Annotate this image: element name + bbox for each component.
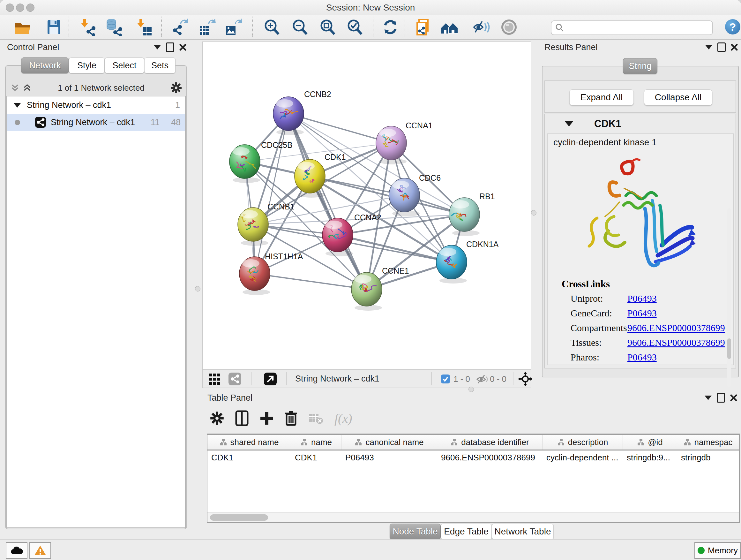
close-panel-icon[interactable] (731, 44, 738, 51)
table-options-gear-icon[interactable] (210, 411, 224, 425)
zoom-in-icon[interactable] (262, 17, 281, 37)
network-collection-row[interactable]: String Network – cdk1 1 (7, 97, 185, 114)
tab-edge-table[interactable]: Edge Table (441, 523, 492, 540)
right-splitter-handle[interactable] (531, 210, 536, 215)
close-panel-icon[interactable] (730, 394, 737, 401)
crosslink-link[interactable]: 9606.ENSP00000378699 (627, 337, 725, 348)
delete-table-icon[interactable] (308, 412, 324, 425)
network-node-CDC6[interactable] (389, 178, 420, 212)
welcome-screen-icon[interactable] (440, 17, 460, 37)
close-window-button[interactable] (6, 3, 14, 12)
table-cell[interactable]: stringdb:9... (623, 450, 677, 464)
left-splitter-handle[interactable] (195, 286, 200, 292)
detach-view-icon[interactable] (264, 372, 277, 386)
panel-menu-icon[interactable] (154, 45, 161, 50)
network-node-CCNB2[interactable] (273, 97, 304, 131)
close-panel-icon[interactable] (179, 44, 186, 51)
network-row[interactable]: String Network – cdk1 11 48 (7, 114, 185, 131)
panel-menu-icon[interactable] (704, 395, 712, 400)
crosslink-link[interactable]: P06493 (627, 293, 657, 304)
collapse-arrow-icon[interactable] (565, 121, 573, 126)
column-header-database-identifier[interactable]: database identifier (437, 435, 542, 449)
results-scrollbar-thumb[interactable] (727, 338, 731, 359)
zoom-fit-icon[interactable] (318, 17, 337, 37)
network-edge[interactable] (288, 114, 367, 289)
float-panel-icon[interactable] (717, 393, 725, 402)
crosslink-link[interactable]: P06493 (627, 308, 657, 319)
import-network-database-icon[interactable] (104, 17, 124, 37)
network-edge[interactable] (288, 114, 391, 143)
zoom-selected-icon[interactable] (345, 17, 364, 37)
column-header-@id[interactable]: @id (623, 435, 677, 449)
zoom-out-icon[interactable] (290, 17, 310, 37)
delete-column-icon[interactable] (285, 410, 297, 426)
float-panel-icon[interactable] (166, 43, 174, 52)
table-hscroll-thumb[interactable] (210, 514, 268, 521)
network-node-CDC25B[interactable] (229, 145, 260, 179)
cloud-status-button[interactable] (6, 542, 27, 559)
network-edge[interactable] (338, 235, 452, 262)
crosslink-link[interactable]: 9606.ENSP00000378699 (627, 322, 725, 333)
fit-crosshair-icon[interactable] (518, 372, 533, 386)
network-mode-icon[interactable] (228, 372, 242, 386)
column-header-canonical-name[interactable]: canonical name (341, 435, 437, 449)
network-edge[interactable] (255, 114, 288, 273)
memory-button[interactable]: Memory (694, 542, 741, 559)
function-builder-icon[interactable]: f(x) (334, 411, 352, 426)
export-table-icon[interactable] (197, 17, 217, 37)
options-gear-icon[interactable] (171, 82, 182, 94)
expand-all-icon[interactable] (22, 83, 32, 92)
search-input[interactable] (567, 23, 712, 33)
column-header-shared-name[interactable]: shared name (207, 435, 291, 449)
save-session-icon[interactable] (44, 17, 64, 37)
float-panel-icon[interactable] (718, 43, 726, 52)
table-cell[interactable]: P06493 (341, 450, 437, 464)
table-cell[interactable]: CDK1 (291, 450, 341, 464)
add-column-icon[interactable] (260, 411, 274, 425)
clone-network-icon[interactable] (414, 17, 433, 37)
table-hscrollbar[interactable] (207, 512, 739, 522)
zoom-window-button[interactable] (26, 3, 35, 12)
network-node-RB1[interactable] (449, 198, 480, 232)
table-cell[interactable]: stringdb (677, 450, 739, 464)
refresh-layout-icon[interactable] (381, 17, 400, 37)
tab-network-table[interactable]: Network Table (492, 523, 554, 540)
tab-node-table[interactable]: Node Table (390, 523, 441, 540)
graphics-details-icon[interactable] (499, 17, 519, 37)
collapse-all-button[interactable]: Collapse All (644, 89, 712, 105)
table-row[interactable]: CDK1CDK1P064939606.ENSP00000378699cyclin… (207, 450, 739, 464)
network-node-CCNE1[interactable] (351, 272, 382, 306)
tab-network[interactable]: Network (21, 57, 69, 73)
hidden-eye-icon[interactable] (476, 374, 488, 385)
grid-mode-icon[interactable] (208, 372, 222, 386)
import-table-icon[interactable] (134, 17, 154, 37)
warnings-button[interactable] (29, 542, 51, 559)
network-canvas[interactable]: CCNB2CCNA1CDC25BCDK1CDC6RB1CCNB1CCNA2CDK… (203, 42, 531, 369)
crosslink-link[interactable]: P06493 (627, 352, 657, 363)
table-cell[interactable]: CDK1 (207, 450, 291, 464)
table-cell[interactable]: cyclin-dependent ... (542, 450, 623, 464)
table-cell[interactable]: 9606.ENSP00000378699 (437, 450, 542, 464)
network-node-HIST1H1A[interactable] (239, 257, 270, 291)
network-node-CCNA2[interactable] (322, 218, 353, 252)
export-image-icon[interactable] (223, 17, 243, 37)
show-columns-icon[interactable] (235, 410, 249, 426)
tab-select[interactable]: Select (105, 57, 144, 73)
network-node-CCNA1[interactable] (376, 126, 407, 160)
network-node-CDK1[interactable] (294, 159, 325, 193)
minimize-window-button[interactable] (16, 3, 24, 12)
network-node-CDKN1A[interactable] (436, 245, 467, 279)
panel-menu-icon[interactable] (705, 45, 712, 50)
network-view[interactable]: CCNB2CCNA1CDC25BCDK1CDC6RB1CCNB1CCNA2CDK… (202, 42, 531, 388)
export-network-icon[interactable] (170, 17, 190, 37)
collapse-arrow-icon[interactable] (13, 103, 21, 108)
tab-style[interactable]: Style (69, 57, 105, 73)
column-header-namespac[interactable]: namespac (677, 435, 739, 449)
results-scrollbar-track[interactable] (727, 208, 731, 387)
open-session-icon[interactable] (13, 17, 32, 37)
collapse-all-icon[interactable] (10, 83, 20, 92)
help-icon[interactable]: ? (725, 19, 740, 35)
expand-all-button[interactable]: Expand All (569, 89, 634, 105)
column-header-name[interactable]: name (291, 435, 341, 449)
search-field[interactable] (551, 20, 713, 35)
